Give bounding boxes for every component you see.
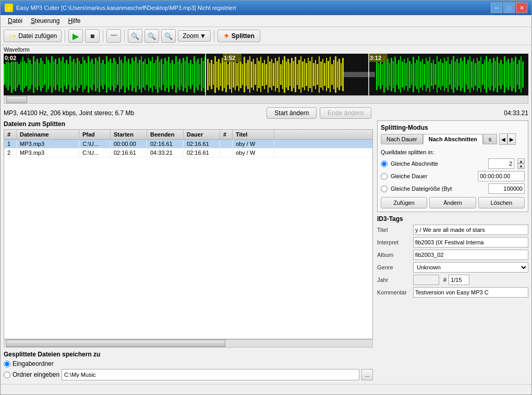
svg-rect-198 [394, 57, 396, 92]
svg-rect-229 [451, 60, 452, 89]
id3-album-input[interactable] [413, 250, 528, 260]
zufuegen-button[interactable]: Zufügen [381, 197, 427, 208]
zoom-out-button[interactable]: 🔍 [144, 29, 159, 43]
svg-rect-81 [150, 61, 151, 88]
svg-rect-83 [153, 63, 155, 86]
svg-rect-211 [418, 56, 419, 93]
svg-rect-136 [251, 61, 252, 88]
menu-datei[interactable]: Datei [5, 16, 26, 26]
waveform-display[interactable]: 0:02 1:52 3:12 [4, 54, 528, 95]
id3-genre-select[interactable]: Unknown [413, 262, 528, 273]
close-button[interactable]: ✕ [516, 3, 527, 13]
svg-rect-54 [101, 63, 102, 86]
id3-box: ID3-Tags Titel Interpret Album [377, 215, 528, 298]
svg-rect-248 [486, 56, 487, 93]
svg-rect-208 [413, 57, 414, 92]
waveform-scrollbar[interactable] [4, 95, 528, 104]
svg-rect-169 [311, 57, 312, 92]
svg-rect-212 [420, 61, 421, 88]
end-change-button[interactable]: Ende ändern [320, 107, 371, 119]
svg-rect-97 [179, 59, 180, 90]
svg-rect-107 [197, 59, 199, 90]
svg-rect-4 [9, 63, 10, 86]
loeschen-button[interactable]: Löschen [478, 197, 525, 208]
tab-next-button[interactable]: ▶ [507, 133, 516, 145]
zoom-dropdown-button[interactable]: Zoom ▼ [178, 30, 211, 42]
menu-hilfe[interactable]: Hilfe [65, 16, 83, 26]
tab-prev-button[interactable]: ◀ [499, 133, 507, 145]
abschnitte-spinner: ▲ ▼ [517, 158, 525, 169]
id3-kommentar-input[interactable] [413, 287, 528, 298]
svg-rect-236 [464, 57, 465, 92]
zoom-arrow-icon: ▼ [200, 32, 206, 40]
input-folder-radio[interactable] [4, 361, 10, 367]
table-scrollbar[interactable] [4, 339, 373, 348]
svg-rect-53 [99, 57, 100, 92]
svg-rect-140 [258, 61, 260, 88]
custom-folder-radio[interactable] [4, 372, 10, 378]
groesse-size-input[interactable] [488, 183, 525, 194]
table-row[interactable]: 2 MP3.mp3 C:\U... 02:16.61 04:33.21 02:1… [4, 149, 372, 157]
spin-down-button[interactable]: ▼ [517, 164, 525, 169]
menu-steuerung[interactable]: Steuerung [28, 16, 63, 26]
svg-rect-130 [240, 61, 241, 88]
zoom-in-button[interactable]: 🔍 [128, 29, 142, 43]
svg-rect-207 [411, 64, 412, 85]
svg-rect-252 [493, 58, 494, 91]
waveform-scroll-thumb[interactable] [6, 96, 27, 103]
toolbar: ♪+ Datei zufügen ▶ ■ 〰 🔍 🔍 🔍 Zoom ▼ ✦ [1, 27, 531, 45]
tab-nach-dauer[interactable]: Nach Dauer [381, 134, 423, 144]
zoom-fit-button[interactable]: 🔍 [161, 29, 176, 43]
id3-track-input[interactable] [449, 275, 469, 285]
gleiche-dauer-radio[interactable] [381, 173, 388, 180]
svg-rect-184 [338, 59, 340, 90]
svg-rect-103 [190, 60, 191, 89]
svg-rect-44 [82, 57, 83, 92]
svg-rect-2 [6, 61, 7, 88]
status-bar [1, 384, 531, 394]
col-header-num: # [4, 130, 17, 139]
folder-path-input[interactable] [62, 369, 359, 380]
id3-interpret-input[interactable] [413, 237, 528, 248]
maximize-button[interactable]: □ [503, 3, 515, 13]
gleiche-abschnitte-radio[interactable] [381, 161, 388, 167]
svg-rect-191 [382, 64, 383, 85]
add-file-icon: ♪+ [8, 32, 16, 40]
svg-rect-244 [478, 61, 480, 88]
svg-rect-227 [448, 57, 449, 92]
gleiche-groesse-radio[interactable] [381, 186, 388, 192]
id3-titel-input[interactable] [413, 225, 528, 235]
svg-rect-199 [396, 64, 397, 85]
id3-jahr-input[interactable] [413, 275, 439, 285]
svg-text:0:02: 0:02 [5, 55, 16, 61]
dauer-time-input[interactable] [478, 171, 525, 181]
minimize-button[interactable]: ─ [491, 3, 502, 13]
table-row[interactable]: 1 MP3.mp3 C:\U... 00:00.00 02:16.61 02:1… [4, 140, 372, 149]
folder-browse-button[interactable]: ... [361, 369, 373, 380]
aendern-button[interactable]: Ändern [429, 197, 476, 208]
cell-num: 1 [4, 140, 17, 148]
id3-kommentar-row: Kommentar [377, 287, 528, 298]
svg-rect-7 [15, 58, 16, 91]
svg-rect-39 [73, 59, 75, 90]
split-button[interactable]: ✦ Splitten [217, 30, 260, 42]
svg-rect-38 [71, 61, 72, 88]
add-file-button[interactable]: ♪+ Datei zufügen [4, 30, 62, 42]
tab-s[interactable]: s [483, 134, 498, 144]
custom-folder-label: Ordner eingeben [13, 371, 59, 378]
start-change-button[interactable]: Start ändern [267, 107, 317, 119]
stop-button[interactable]: ■ [85, 29, 100, 43]
abschnitte-count-input[interactable] [488, 158, 514, 169]
spin-up-button[interactable]: ▲ [517, 158, 525, 164]
option-gleiche-groesse: Gleiche Dateigröße (Byt [381, 183, 525, 194]
splitting-box: Splitting-Modus Nach Dauer Nach Abschnit… [377, 120, 528, 212]
table-scroll-thumb[interactable] [6, 340, 225, 347]
svg-rect-261 [510, 63, 511, 86]
waveform-button[interactable]: 〰 [106, 29, 121, 43]
svg-rect-142 [262, 63, 263, 86]
svg-rect-161 [297, 64, 298, 85]
svg-rect-268 [522, 61, 524, 88]
play-button[interactable]: ▶ [68, 29, 83, 43]
tab-nach-abschnitten[interactable]: Nach Abschnitten [423, 134, 483, 144]
svg-rect-203 [404, 59, 405, 90]
